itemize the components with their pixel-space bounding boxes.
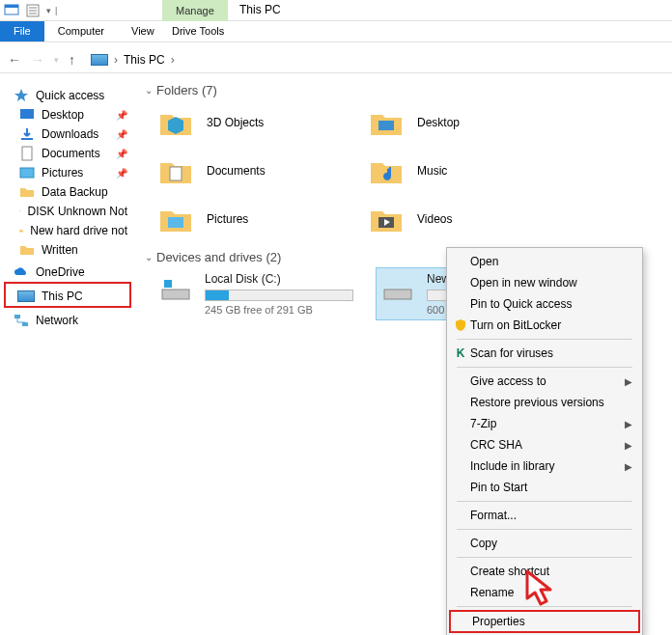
sidebar-item-new-hdd[interactable]: New hard drive not: [4, 221, 131, 240]
folder-pictures[interactable]: Pictures: [154, 198, 357, 240]
sidebar-item-desktop[interactable]: Desktop 📌: [4, 105, 131, 124]
folder-videos[interactable]: Videos: [365, 198, 568, 240]
sidebar-item-written[interactable]: Written: [4, 240, 131, 260]
ribbon-computer-tab[interactable]: Computer: [44, 21, 118, 41]
documents-folder-icon: [158, 153, 193, 188]
sidebar-item-this-pc[interactable]: This PC: [4, 282, 131, 308]
qat-dropdown-icon[interactable]: ▾: [46, 6, 51, 15]
menu-properties[interactable]: Properties: [449, 610, 640, 633]
folder-icon: [19, 185, 35, 199]
pin-icon: 📌: [116, 168, 127, 179]
drive-icon: [380, 272, 415, 307]
navbar: ← → ▾ ↑ › This PC ›: [0, 46, 672, 73]
drive-free-text: 245 GB free of 291 GB: [205, 304, 353, 316]
menu-restore-previous[interactable]: Restore previous versions: [449, 392, 640, 413]
titlebar: ▾ | Manage This PC: [0, 0, 672, 21]
pin-icon: 📌: [116, 149, 127, 159]
pictures-icon: [19, 166, 35, 179]
chevron-right-icon[interactable]: ›: [171, 53, 175, 67]
menu-label: Copy: [470, 537, 497, 550]
sidebar-item-downloads[interactable]: Downloads 📌: [4, 124, 131, 144]
section-title: Devices and drives (2): [156, 250, 281, 264]
svg-rect-21: [384, 290, 411, 299]
svg-rect-19: [162, 290, 189, 299]
sidebar-label: Network: [36, 314, 78, 327]
ribbon-view-tab[interactable]: View: [118, 21, 168, 41]
qat-sep: |: [55, 6, 57, 15]
menu-open-new-window[interactable]: Open in new window: [449, 272, 640, 293]
music-folder-icon: [369, 153, 404, 188]
menu-crc-sha[interactable]: CRC SHA▶: [449, 434, 640, 456]
drive-local-c[interactable]: Local Disk (C:) 245 GB free of 291 GB: [154, 268, 357, 319]
folder-label: Videos: [417, 212, 452, 226]
menu-scan-viruses[interactable]: K Scan for viruses: [449, 343, 640, 364]
sidebar-item-network[interactable]: Network: [4, 308, 131, 330]
menu-format[interactable]: Format...: [449, 505, 640, 526]
svg-rect-16: [168, 217, 183, 228]
sidebar-item-onedrive[interactable]: OneDrive: [4, 260, 131, 282]
breadcrumb-location[interactable]: This PC: [124, 53, 165, 67]
menu-label: Pin to Quick access: [470, 297, 572, 311]
chevron-right-icon[interactable]: ›: [114, 53, 118, 67]
menu-label: Pin to Start: [470, 481, 527, 494]
folder-3d-objects[interactable]: 3D Objects: [154, 101, 357, 144]
folder-documents[interactable]: Documents: [154, 150, 357, 192]
sidebar-item-data-backup[interactable]: Data Backup: [4, 182, 131, 202]
sidebar-label: New hard drive not: [30, 224, 127, 237]
sidebar-item-pictures[interactable]: Pictures 📌: [4, 163, 131, 182]
menu-7zip[interactable]: 7-Zip▶: [449, 413, 640, 434]
menu-bitlocker[interactable]: Turn on BitLocker: [449, 315, 640, 336]
folder-music[interactable]: Music: [365, 150, 568, 192]
forward-button[interactable]: →: [31, 52, 44, 68]
svg-rect-20: [164, 280, 172, 288]
folder-icon: [19, 205, 21, 218]
sidebar-label: Documents: [42, 147, 100, 160]
properties-qat-icon[interactable]: [25, 3, 41, 18]
folders-section-header[interactable]: ⌄ Folders (7): [145, 79, 662, 101]
section-title: Folders (7): [156, 83, 217, 97]
menu-separator: [457, 529, 632, 530]
manage-contextual-tab[interactable]: Manage: [162, 0, 228, 21]
sidebar-item-quick-access[interactable]: Quick access: [4, 83, 131, 105]
menu-separator: [457, 367, 632, 368]
menu-label: Open in new window: [470, 276, 577, 290]
back-button[interactable]: ←: [8, 52, 21, 68]
folder-label: Pictures: [207, 212, 248, 226]
menu-separator: [457, 501, 632, 502]
folder-label: 3D Objects: [207, 116, 264, 129]
menu-give-access[interactable]: Give access to▶: [449, 371, 640, 392]
folder-label: Desktop: [417, 116, 460, 129]
drive-title: Local Disk (C:): [205, 272, 353, 286]
up-button[interactable]: ↑: [69, 52, 75, 68]
menu-pin-start[interactable]: Pin to Start: [449, 477, 640, 498]
menu-copy[interactable]: Copy: [449, 533, 640, 554]
pc-icon: [91, 54, 108, 66]
sidebar-item-disk-unknown[interactable]: DISK Unknown Not: [4, 202, 131, 221]
menu-open[interactable]: Open: [449, 251, 640, 272]
menu-label: Properties: [472, 615, 525, 628]
svg-rect-11: [14, 315, 20, 318]
chevron-down-icon: ⌄: [145, 252, 153, 262]
downloads-icon: [19, 127, 35, 141]
menu-pin-quick-access[interactable]: Pin to Quick access: [449, 293, 640, 315]
svg-marker-6: [14, 89, 28, 101]
menu-label: Format...: [470, 509, 517, 522]
pin-icon: 📌: [116, 129, 127, 140]
menu-label: 7-Zip: [470, 417, 496, 430]
recent-dropdown-icon[interactable]: ▾: [54, 55, 59, 65]
ribbon-file-tab[interactable]: File: [0, 21, 44, 41]
menu-label: Scan for viruses: [470, 346, 553, 360]
menu-include-library[interactable]: Include in library▶: [449, 456, 640, 477]
sidebar-item-documents[interactable]: Documents 📌: [4, 144, 131, 163]
network-icon: [14, 314, 29, 327]
sidebar-label: Pictures: [42, 166, 83, 179]
folder-desktop[interactable]: Desktop: [365, 101, 568, 144]
menu-separator: [457, 557, 632, 558]
desktop-icon: [19, 108, 35, 122]
ribbon: File Computer View Drive Tools: [0, 21, 672, 42]
breadcrumb[interactable]: › This PC ›: [91, 53, 175, 67]
menu-label: Open: [470, 255, 498, 268]
menu-separator: [457, 339, 632, 340]
ribbon-drivetools-tab[interactable]: Drive Tools: [162, 21, 234, 41]
sidebar-label: Downloads: [42, 127, 98, 141]
